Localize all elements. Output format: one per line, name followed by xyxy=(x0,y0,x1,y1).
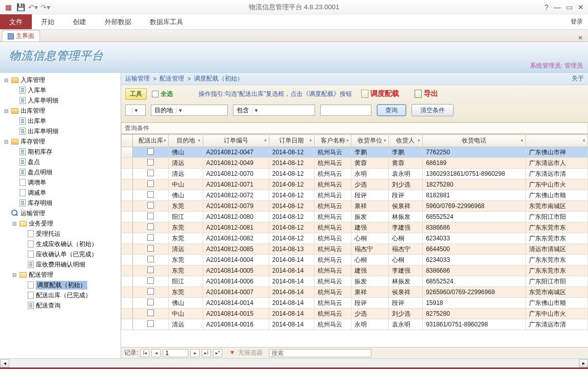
tree-node[interactable]: 调减单 xyxy=(1,188,120,198)
cell-addr[interactable]: 广东中山市火 xyxy=(526,309,588,319)
query-condition-box[interactable]: 查询条件 xyxy=(121,122,588,134)
save-icon[interactable]: 💾 xyxy=(16,3,25,11)
tree-label[interactable]: 应收确认单（已完成） xyxy=(36,250,97,259)
cell-cust[interactable]: 杭州马云 xyxy=(315,201,351,212)
cell-unit[interactable]: 建强 xyxy=(351,265,388,276)
cell-addr[interactable]: 广东阳江市阳 xyxy=(526,212,588,222)
sort-icon[interactable]: ▾ xyxy=(583,138,585,143)
file-tab[interactable]: 文件 xyxy=(0,14,32,29)
cell-cust[interactable]: 杭州马云 xyxy=(315,158,351,169)
tree-node[interactable]: ⊟业务受理 xyxy=(1,218,120,229)
cell-tel[interactable]: 8386686 xyxy=(423,265,526,276)
cell-unit[interactable]: 心桐 xyxy=(351,233,388,244)
crumb-1[interactable]: 运输管理 xyxy=(125,74,150,83)
table-row[interactable]: 佛山A20140814-00142014-08-14杭州马云段评段评15918广… xyxy=(122,298,588,309)
cell-addr[interactable]: 广东东莞市东 xyxy=(526,222,588,233)
checkbox[interactable] xyxy=(147,180,154,187)
cell-dest[interactable]: 东莞 xyxy=(169,265,203,276)
tree-label[interactable]: 业务受理 xyxy=(29,219,53,228)
tree-label[interactable]: 盘点明细 xyxy=(28,168,52,177)
cell-date[interactable]: 2014-08-12 xyxy=(269,201,314,212)
cell-date[interactable]: 2014-08-14 xyxy=(269,319,314,330)
table-row[interactable]: 清远A20140812-00702014-08-12杭州马云永明袁永明13602… xyxy=(122,169,588,179)
column-header[interactable]: 收货电话▾ xyxy=(423,135,526,147)
tree-node[interactable]: 盘点明细 xyxy=(1,167,120,177)
tree-label[interactable]: 盘点 xyxy=(28,158,40,167)
dispatch-checkbox-cell[interactable] xyxy=(133,233,169,244)
row-selector[interactable] xyxy=(122,244,133,255)
cell-date[interactable]: 2014-08-12 xyxy=(269,169,314,179)
cell-cust[interactable]: 杭州马云 xyxy=(315,179,351,190)
cell-recv[interactable]: 刘少选 xyxy=(388,309,422,319)
cell-tel[interactable]: 6234033 xyxy=(423,233,526,244)
cell-ord[interactable]: A20140812-0080 xyxy=(203,212,269,222)
cell-unit[interactable]: 建强 xyxy=(351,222,388,233)
cell-addr[interactable]: 广东清远市人 xyxy=(526,158,588,169)
cell-unit[interactable]: 心桐 xyxy=(351,255,388,265)
cell-tel[interactable]: 18275280 xyxy=(423,179,526,190)
query-button[interactable]: 查询 xyxy=(377,104,406,116)
table-row[interactable]: 清远A20140814-00162014-08-14杭州马云永明袁永明93186… xyxy=(122,319,588,330)
dispatch-checkbox-cell[interactable] xyxy=(133,309,169,319)
restore-icon[interactable]: ▭ xyxy=(566,3,573,11)
cell-date[interactable]: 2014-08-12 xyxy=(269,212,314,222)
checkbox[interactable] xyxy=(147,299,154,305)
cell-date[interactable]: 2014-08-12 xyxy=(269,158,314,169)
cell-addr[interactable]: 广东东莞市东 xyxy=(526,265,588,276)
cell-dest[interactable]: 东莞 xyxy=(169,233,203,244)
tree-node[interactable]: 调增单 xyxy=(1,177,120,188)
recnav-new[interactable]: ▸* xyxy=(213,349,222,357)
table-row[interactable]: 阳江A20140812-00802014-08-12杭州马云振发林振发68552… xyxy=(122,212,588,222)
cell-tel[interactable]: 8386686 xyxy=(423,222,526,233)
tree-label[interactable]: 出库管理 xyxy=(21,107,45,115)
cell-unit[interactable]: 褟杰宁 xyxy=(351,244,388,255)
cell-ord[interactable]: A20140812-0072 xyxy=(203,190,269,201)
cell-unit[interactable]: 少选 xyxy=(351,179,388,190)
sort-icon[interactable]: ▾ xyxy=(264,138,267,143)
cell-ord[interactable]: A20140812-0071 xyxy=(203,179,269,190)
scroll-right-icon[interactable]: ▸ xyxy=(579,359,588,367)
row-selector[interactable] xyxy=(122,201,133,212)
cell-dest[interactable]: 东莞 xyxy=(169,287,203,298)
login-link[interactable]: 登录 xyxy=(565,14,588,29)
sort-icon[interactable]: ▾ xyxy=(384,138,386,143)
table-row[interactable]: 东莞A20140812-00812014-08-12杭州马云建强李建强83866… xyxy=(122,222,588,233)
cell-unit[interactable]: 泉祥 xyxy=(351,287,388,298)
cell-cust[interactable]: 杭州马云 xyxy=(315,265,351,276)
tree-node[interactable]: 受理托运 xyxy=(1,229,120,239)
tree-label[interactable]: 调增单 xyxy=(28,178,46,187)
dispatch-checkbox-cell[interactable] xyxy=(133,244,169,255)
cell-tel[interactable]: 7762250 xyxy=(423,147,526,158)
crumb-3[interactable]: 调度配载（初始） xyxy=(194,74,243,83)
cell-ord[interactable]: A20140812-0047 xyxy=(203,147,269,158)
table-row[interactable]: 东莞A20140814-00072014-08-14杭州马云泉祥侯泉祥92659… xyxy=(122,287,588,298)
tree-node[interactable]: 调度配载（初始） xyxy=(1,280,120,290)
cell-recv[interactable]: 袁永明 xyxy=(388,169,422,179)
cell-tel[interactable]: 6644500 xyxy=(423,244,526,255)
tree-label[interactable]: 出库单明细 xyxy=(28,127,58,136)
sort-icon[interactable]: ▾ xyxy=(198,138,201,143)
table-row[interactable]: 中山A20140814-00152014-08-14杭州马云少选刘少选82752… xyxy=(122,309,588,319)
row-selector[interactable] xyxy=(122,255,133,265)
table-row[interactable]: 东莞A20140812-00792014-08-12杭州马云泉祥侯泉祥5960/… xyxy=(122,201,588,212)
expand-icon[interactable]: ⊟ xyxy=(3,77,9,83)
tab-close-icon[interactable]: ✕ xyxy=(573,34,588,42)
scroll-left-icon[interactable]: ◂ xyxy=(0,359,9,367)
expand-icon[interactable]: ⊟ xyxy=(3,139,9,145)
tree-node[interactable]: 生成应收确认（初始） xyxy=(1,239,120,249)
cell-dest[interactable]: 东莞 xyxy=(169,255,203,265)
cell-tel[interactable]: 68552524 xyxy=(423,212,526,222)
row-selector[interactable] xyxy=(122,319,133,330)
cell-dest[interactable]: 东莞 xyxy=(169,222,203,233)
cell-date[interactable]: 2014-08-14 xyxy=(269,276,314,287)
cell-ord[interactable]: A20140814-0007 xyxy=(203,287,269,298)
cell-unit[interactable]: 段评 xyxy=(351,298,388,309)
dispatch-checkbox-cell[interactable] xyxy=(133,287,169,298)
cell-dest[interactable]: 阳江 xyxy=(169,212,203,222)
cell-date[interactable]: 2014-08-12 xyxy=(269,179,314,190)
cell-cust[interactable]: 杭州马云 xyxy=(315,319,351,330)
checkbox[interactable] xyxy=(147,148,154,155)
tree-node[interactable]: ⊟入库管理 xyxy=(1,75,120,85)
row-selector[interactable] xyxy=(122,276,133,287)
row-selector[interactable] xyxy=(122,265,133,276)
